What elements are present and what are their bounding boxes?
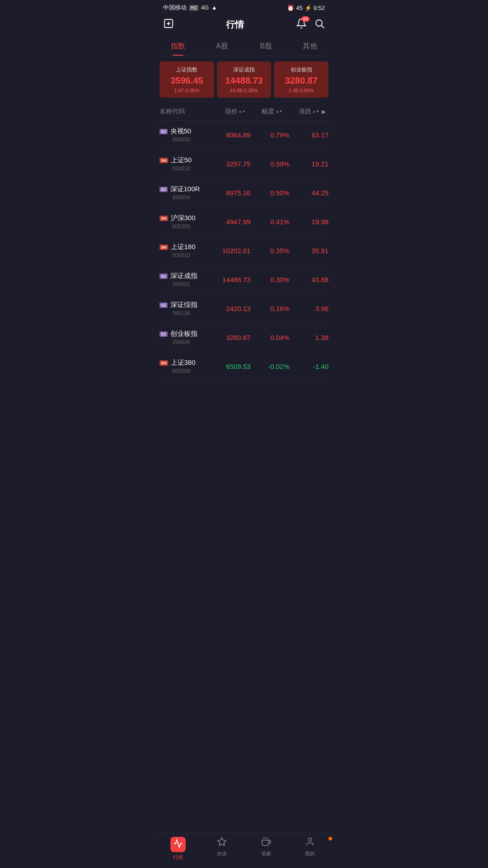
stock-price: 3280.87	[211, 334, 250, 341]
table-row[interactable]: SZ 深证100R 399004 8975.16 0.50% 44.25	[156, 179, 332, 208]
index-card-value-1: 14488.73	[221, 75, 268, 86]
svg-point-9	[309, 838, 312, 841]
stock-range: 0.04%	[250, 334, 289, 341]
index-card-change-1: 43.88 0.30%	[221, 88, 268, 93]
svg-point-3	[316, 20, 322, 26]
stock-price: 8975.16	[211, 189, 250, 197]
more-columns-arrow[interactable]: ▶	[319, 108, 328, 115]
stock-range: 0.30%	[250, 276, 289, 283]
charging-icon: ⚡	[305, 5, 312, 11]
stock-range: 0.35%	[250, 247, 289, 255]
stock-name-col: SH 上证180 000010	[160, 243, 211, 259]
stock-range: 0.41%	[250, 218, 289, 226]
table-row[interactable]: SZ 深证综指 399106 2420.13 0.16% 3.96	[156, 294, 332, 323]
stock-range: 0.79%	[250, 131, 289, 139]
sort-range-icon[interactable]: ▲▼	[275, 110, 282, 113]
table-row[interactable]: SH 上证180 000010 10202.01 0.35% 35.91	[156, 236, 332, 265]
col-header-change[interactable]: 涨跌 ▲▼	[282, 108, 319, 116]
svg-marker-5	[218, 838, 226, 845]
wifi-icon: ▲	[211, 4, 217, 11]
exchange-tag: SZ	[160, 129, 168, 134]
stock-name-col: SH 上证380 000009	[160, 359, 211, 374]
tab-a-share[interactable]: A股	[200, 36, 244, 56]
nav-butler[interactable]: 管家	[244, 837, 288, 861]
stock-name-col: SZ 深证100R 399004	[160, 185, 211, 201]
stock-price: 2420.13	[211, 305, 250, 312]
stock-change: 43.88	[290, 276, 328, 283]
table-row[interactable]: SZ 央视50 399550 8064.89 0.79% 63.17	[156, 121, 332, 150]
stock-name: 深证综指	[170, 301, 197, 309]
stock-name-col: SH 上证50 000016	[160, 156, 211, 172]
stock-name: 上证50	[171, 156, 192, 165]
stock-name: 创业板指	[170, 330, 197, 338]
col-header-range[interactable]: 幅度 ▲▼	[246, 108, 283, 116]
battery-level: 45	[296, 5, 302, 11]
stock-range: -0.02%	[250, 363, 289, 370]
search-button[interactable]	[314, 18, 325, 31]
hd-badge: HD	[189, 5, 198, 11]
stock-code: 399001	[172, 281, 211, 288]
edit-button[interactable]	[163, 18, 174, 31]
index-card-chinext[interactable]: 创业板指 3280.87 1.38 0.04%	[274, 61, 328, 98]
stock-change: 19.98	[290, 218, 328, 226]
stock-code: 000010	[172, 252, 211, 259]
stock-range: 0.50%	[250, 189, 289, 197]
stock-name: 上证180	[171, 243, 196, 251]
index-card-shenzhen[interactable]: 深证成指 14488.73 43.88 0.30%	[217, 61, 272, 98]
tab-bar: 指数 A股 B股 其他	[156, 36, 332, 56]
nav-watchlist-label: 自选	[217, 850, 227, 857]
index-card-title-2: 创业板指	[277, 66, 325, 74]
carrier-info: 中国移动 HD 4G ▲	[163, 4, 217, 12]
market-icon	[170, 837, 186, 852]
table-row[interactable]: SZ 深证成指 399001 14488.73 0.30% 43.88	[156, 265, 332, 294]
index-card-title-0: 上证指数	[163, 66, 211, 74]
status-right: ⏰ 45 ⚡ 9:52	[287, 5, 325, 11]
stock-price: 10202.01	[211, 247, 250, 255]
stock-name-col: SZ 深证综指 399106	[160, 301, 211, 316]
index-card-value-0: 3596.45	[163, 75, 211, 86]
network-signal: 4G	[201, 4, 209, 11]
stock-name-col: SZ 创业板指 399006	[160, 330, 211, 345]
stock-change: -1.40	[290, 363, 328, 370]
table-row[interactable]: SH 上证50 000016 3297.75 0.59% 19.21	[156, 150, 332, 179]
stock-code: 399004	[172, 194, 211, 201]
alarm-icon: ⏰	[287, 5, 294, 11]
stock-code: 000009	[172, 368, 211, 374]
table-row[interactable]: SH 沪深300 000300 4947.99 0.41% 19.98	[156, 208, 332, 236]
nav-butler-label: 管家	[261, 850, 271, 857]
index-cards: 上证指数 3596.45 1.67 0.05% 深证成指 14488.73 43…	[156, 56, 332, 103]
stock-price: 3297.75	[211, 160, 250, 168]
nav-watchlist[interactable]: 自选	[200, 837, 244, 861]
header: 行情 89	[156, 14, 332, 36]
index-card-value-2: 3280.87	[277, 75, 325, 86]
stock-code: 000300	[172, 223, 211, 230]
nav-market[interactable]: 行情	[156, 837, 200, 861]
stock-change: 1.38	[290, 334, 328, 341]
tab-b-share[interactable]: B股	[244, 36, 288, 56]
col-header-price[interactable]: 现价 ▲▼	[209, 108, 246, 116]
sort-price-icon[interactable]: ▲▼	[239, 110, 246, 113]
index-card-shanghai[interactable]: 上证指数 3596.45 1.67 0.05%	[160, 61, 214, 98]
stock-code: 000016	[172, 165, 211, 172]
notification-button[interactable]: 89	[296, 18, 307, 31]
nav-mine[interactable]: 我的	[288, 837, 333, 861]
exchange-tag: SZ	[160, 274, 168, 279]
mine-icon	[305, 837, 315, 849]
sort-change-icon[interactable]: ▲▼	[312, 110, 319, 113]
stock-name-col: SH 沪深300 000300	[160, 214, 211, 230]
index-card-title-1: 深证成指	[221, 66, 268, 74]
stock-change: 19.21	[290, 160, 328, 168]
stock-code: 399106	[172, 310, 211, 316]
status-bar: 中国移动 HD 4G ▲ ⏰ 45 ⚡ 9:52	[156, 0, 332, 14]
tab-other[interactable]: 其他	[288, 36, 333, 56]
stock-code: 399550	[172, 137, 211, 143]
exchange-tag: SH	[160, 216, 168, 221]
stock-name: 深证成指	[170, 272, 197, 280]
stock-name: 沪深300	[171, 214, 196, 222]
stock-name: 央视50	[170, 127, 192, 136]
table-row[interactable]: SZ 创业板指 399006 3280.87 0.04% 1.38	[156, 323, 332, 352]
stock-name: 上证380	[171, 359, 196, 367]
table-row[interactable]: SH 上证380 000009 6509.53 -0.02% -1.40	[156, 352, 332, 381]
exchange-tag: SZ	[160, 331, 168, 337]
tab-index[interactable]: 指数	[156, 36, 200, 56]
